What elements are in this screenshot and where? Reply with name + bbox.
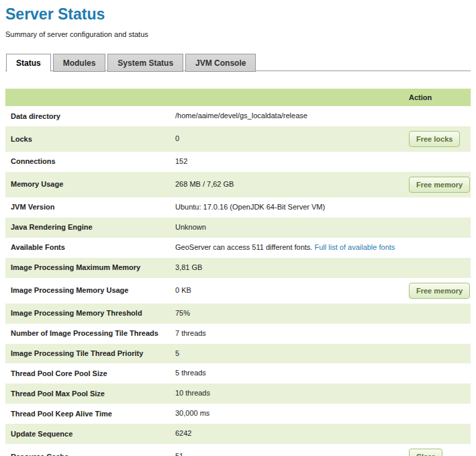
row-value-text: 0 KB bbox=[175, 286, 191, 294]
row-label: Image Processing Memory Threshold bbox=[5, 304, 170, 324]
row-action-cell bbox=[403, 238, 471, 258]
row-value: 268 MB / 7,62 GB bbox=[170, 172, 403, 197]
row-value-text: 268 MB / 7,62 GB bbox=[175, 180, 234, 188]
row-value-text: 152 bbox=[175, 157, 187, 165]
free-locks-button[interactable]: Free locks bbox=[409, 131, 460, 147]
row-value: /home/aaime/devel/gs_localdata/release bbox=[170, 106, 403, 126]
label-column-header bbox=[5, 89, 170, 106]
table-row: Image Processing Tile Thread Priority 5 bbox=[5, 344, 471, 364]
row-value: 7 threads bbox=[170, 324, 403, 344]
row-action-cell bbox=[403, 344, 471, 364]
row-action-cell bbox=[403, 197, 471, 218]
row-label: Image Processing Tile Thread Priority bbox=[5, 344, 170, 364]
row-label: Resource Cache bbox=[5, 444, 170, 456]
row-value-text: 51 bbox=[175, 452, 183, 456]
row-value: Unknown bbox=[170, 218, 403, 238]
row-value: 10 threads bbox=[170, 383, 403, 404]
table-row: Image Processing Memory Threshold 75% bbox=[5, 304, 471, 324]
row-value: 75% bbox=[170, 304, 403, 324]
tab-bar: StatusModulesSystem StatusJVM Console bbox=[5, 53, 471, 71]
row-value: GeoServer can access 511 different fonts… bbox=[170, 238, 403, 258]
table-row: Connections 152 bbox=[5, 152, 471, 172]
row-value-text: 30,000 ms bbox=[175, 409, 209, 417]
row-value-text: 5 threads bbox=[175, 369, 206, 377]
row-value: 3,81 GB bbox=[170, 258, 403, 278]
row-action-cell bbox=[403, 152, 471, 172]
row-action-cell bbox=[403, 363, 471, 383]
row-value-text: Ubuntu: 17.0.16 (OpenJDK 64-Bit Server V… bbox=[175, 203, 325, 211]
row-value-text: /home/aaime/devel/gs_localdata/release bbox=[175, 111, 307, 120]
table-row: Resource Cache 51 Clear bbox=[5, 444, 471, 456]
row-action-cell: Free memory bbox=[403, 278, 471, 304]
value-column-header bbox=[170, 89, 403, 106]
row-label: Memory Usage bbox=[5, 172, 170, 197]
table-row: Data directory /home/aaime/devel/gs_loca… bbox=[5, 106, 471, 126]
row-value: 5 bbox=[170, 344, 403, 364]
row-action-cell bbox=[403, 106, 471, 126]
row-value: 152 bbox=[170, 152, 403, 172]
table-row: Image Processing Memory Usage 0 KB Free … bbox=[5, 278, 471, 304]
row-action-cell bbox=[403, 258, 471, 278]
table-row: Memory Usage 268 MB / 7,62 GB Free memor… bbox=[5, 172, 471, 197]
row-value: Ubuntu: 17.0.16 (OpenJDK 64-Bit Server V… bbox=[170, 197, 403, 218]
row-value-text: 75% bbox=[175, 309, 190, 317]
table-row: JVM Version Ubuntu: 17.0.16 (OpenJDK 64-… bbox=[5, 197, 471, 218]
table-row: Thread Pool Max Pool Size 10 threads bbox=[5, 383, 471, 404]
row-action-cell: Free locks bbox=[403, 126, 471, 152]
page-subtitle: Summary of server configuration and stat… bbox=[5, 30, 471, 38]
row-value: 0 bbox=[170, 126, 403, 152]
row-label: Number of Image Processing Tile Threads bbox=[5, 324, 170, 344]
row-label: Thread Pool Keep Alive Time bbox=[5, 404, 170, 424]
row-label: Image Processing Maximum Memory bbox=[5, 258, 170, 278]
free-memory-button[interactable]: Free memory bbox=[409, 283, 470, 299]
row-value-text: 0 bbox=[175, 134, 179, 142]
tab-system-status[interactable]: System Status bbox=[107, 54, 183, 72]
table-header-row: Action bbox=[5, 89, 471, 106]
row-value: 5 threads bbox=[170, 363, 403, 383]
row-action-cell: Free memory bbox=[403, 172, 471, 197]
status-table: Action Data directory /home/aaime/devel/… bbox=[5, 89, 471, 456]
clear-button[interactable]: Clear bbox=[409, 449, 442, 456]
row-label: Image Processing Memory Usage bbox=[5, 278, 170, 304]
row-value-text: Unknown bbox=[175, 223, 206, 231]
row-value-text: GeoServer can access 511 different fonts… bbox=[175, 243, 312, 251]
row-value-text: 6242 bbox=[175, 429, 191, 437]
tab-modules[interactable]: Modules bbox=[53, 54, 106, 72]
page-title: Server Status bbox=[5, 5, 471, 24]
table-row: Available Fonts GeoServer can access 511… bbox=[5, 238, 471, 258]
action-column-header: Action bbox=[403, 89, 471, 106]
tab-jvm-console[interactable]: JVM Console bbox=[185, 54, 256, 72]
row-label: Thread Pool Core Pool Size bbox=[5, 363, 170, 383]
table-row: Update Sequence 6242 bbox=[5, 424, 471, 444]
server-status-page: Server Status Summary of server configur… bbox=[0, 0, 476, 456]
row-label: Update Sequence bbox=[5, 424, 170, 444]
row-action-cell bbox=[403, 404, 471, 424]
row-label: Data directory bbox=[5, 106, 170, 126]
tab-status[interactable]: Status bbox=[6, 54, 51, 72]
table-row: Thread Pool Keep Alive Time 30,000 ms bbox=[5, 404, 471, 424]
table-row: Thread Pool Core Pool Size 5 threads bbox=[5, 363, 471, 383]
row-label: JVM Version bbox=[5, 197, 170, 218]
row-value: 30,000 ms bbox=[170, 404, 403, 424]
row-action-cell bbox=[403, 324, 471, 344]
row-value: 51 bbox=[170, 444, 403, 456]
row-action-cell: Clear bbox=[403, 444, 471, 456]
row-value: 6242 bbox=[170, 424, 403, 444]
free-memory-button[interactable]: Free memory bbox=[409, 177, 470, 193]
row-value-text: 10 threads bbox=[175, 389, 210, 397]
row-value-text: 5 bbox=[175, 349, 179, 357]
table-row: Java Rendering Engine Unknown bbox=[5, 218, 471, 238]
row-action-cell bbox=[403, 383, 471, 404]
row-value-text: 3,81 GB bbox=[175, 263, 202, 271]
table-row: Number of Image Processing Tile Threads … bbox=[5, 324, 471, 344]
table-row: Locks 0 Free locks bbox=[5, 126, 471, 152]
row-label: Available Fonts bbox=[5, 238, 170, 258]
row-label: Connections bbox=[5, 152, 170, 172]
row-label: Thread Pool Max Pool Size bbox=[5, 383, 170, 404]
row-label: Locks bbox=[5, 126, 170, 152]
available-fonts-link[interactable]: Full list of available fonts bbox=[315, 243, 395, 251]
row-value-text: 7 threads bbox=[175, 329, 206, 337]
row-value: 0 KB bbox=[170, 278, 403, 304]
row-action-cell bbox=[403, 424, 471, 444]
row-action-cell bbox=[403, 304, 471, 324]
